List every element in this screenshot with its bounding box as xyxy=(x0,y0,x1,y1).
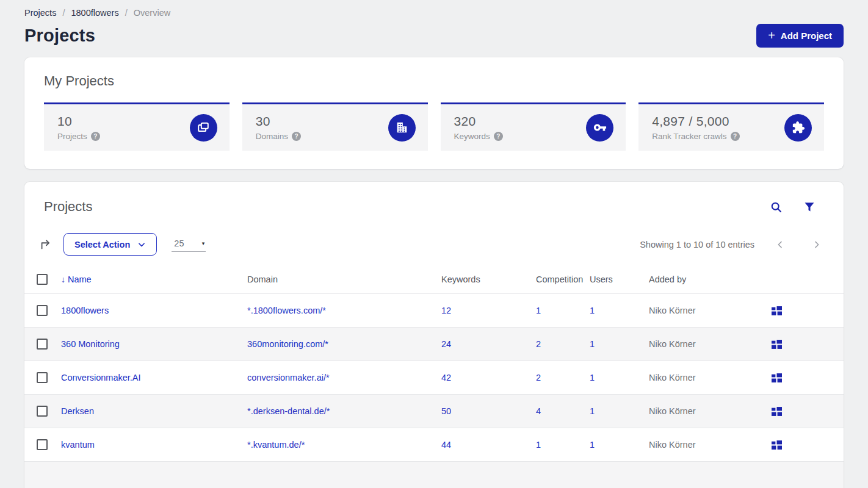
table-row: Derksen *.derksen-dental.de/* 50 4 1 Nik… xyxy=(24,394,844,428)
stat-domains-label: Domains xyxy=(256,132,288,141)
add-project-button[interactable]: + Add Project xyxy=(756,24,844,48)
breadcrumb: Projects / 1800flowers / Overview xyxy=(24,0,844,18)
competition-count[interactable]: 2 xyxy=(536,373,590,382)
help-icon[interactable]: ? xyxy=(292,132,301,141)
search-icon[interactable] xyxy=(769,199,784,215)
projects-table: ↓ Name Domain Keywords Competition Users… xyxy=(24,265,844,488)
table-row: kvantum *.kvantum.de/* 44 1 1 Niko Körne… xyxy=(24,428,844,461)
breadcrumb-1800flowers[interactable]: 1800flowers xyxy=(71,8,118,18)
competition-count[interactable]: 2 xyxy=(536,339,590,349)
dashboard-grid-icon[interactable] xyxy=(770,304,844,317)
projects-copy-icon xyxy=(190,114,217,142)
select-action-label: Select Action xyxy=(74,240,130,249)
project-domain-link[interactable]: *.derksen-dental.de/* xyxy=(247,406,441,416)
project-name-link[interactable]: 1800flowers xyxy=(61,306,247,315)
column-header-competition[interactable]: Competition xyxy=(536,274,590,284)
chevron-down-icon xyxy=(137,240,146,249)
stat-projects-label: Projects xyxy=(57,132,87,141)
key-icon xyxy=(586,114,613,142)
users-count[interactable]: 1 xyxy=(590,406,649,416)
projects-table-card: Projects xyxy=(24,182,844,488)
keywords-count[interactable]: 42 xyxy=(441,373,536,382)
title-bar: Projects + Add Project xyxy=(24,24,844,48)
row-checkbox[interactable] xyxy=(37,305,48,316)
keywords-count[interactable]: 44 xyxy=(441,440,536,450)
column-header-added-by[interactable]: Added by xyxy=(649,274,770,284)
my-projects-card: My Projects 10 Projects ? xyxy=(24,57,844,169)
competition-count[interactable]: 4 xyxy=(536,406,590,416)
project-name-link[interactable]: kvantum xyxy=(61,440,247,450)
stat-rank-tracker: 4,897 / 5,000 Rank Tracker crawls ? xyxy=(638,102,824,151)
stat-projects: 10 Projects ? xyxy=(44,102,230,151)
project-domain-link[interactable]: *.1800flowers.com/* xyxy=(247,306,441,315)
building-icon xyxy=(388,114,416,142)
page-title: Projects xyxy=(24,26,95,46)
project-name-link[interactable]: Conversionmaker.AI xyxy=(61,373,247,382)
stats-row: 10 Projects ? xyxy=(44,102,824,151)
add-project-label: Add Project xyxy=(781,30,832,41)
showing-entries-text: Showing 1 to 10 of 10 entries xyxy=(640,240,754,249)
project-domain-link[interactable]: conversionmaker.ai/* xyxy=(247,373,441,382)
dashboard-grid-icon[interactable] xyxy=(770,439,844,451)
table-toolbar: Select Action 25 ▾ Showing 1 to 10 of 10… xyxy=(24,233,844,256)
row-checkbox[interactable] xyxy=(37,372,48,383)
table-row: 1800flowers *.1800flowers.com/* 12 1 1 N… xyxy=(24,293,844,327)
breadcrumb-overview: Overview xyxy=(134,8,170,18)
project-name-link[interactable]: Derksen xyxy=(61,406,247,416)
page-container: Projects / 1800flowers / Overview Projec… xyxy=(0,0,868,488)
puzzle-icon xyxy=(784,114,812,142)
breadcrumb-projects[interactable]: Projects xyxy=(24,8,56,18)
added-by: Niko Körner xyxy=(649,440,770,450)
pagination-prev-icon[interactable] xyxy=(773,237,787,252)
stat-rank-tracker-label: Rank Tracker crawls xyxy=(652,132,726,141)
breadcrumb-separator: / xyxy=(62,8,65,18)
keywords-count[interactable]: 24 xyxy=(441,339,536,349)
keywords-count[interactable]: 50 xyxy=(441,406,536,416)
dashboard-grid-icon[interactable] xyxy=(770,338,844,351)
stat-domains-value: 30 xyxy=(256,114,301,129)
column-header-domain[interactable]: Domain xyxy=(247,274,441,284)
help-icon[interactable]: ? xyxy=(731,132,740,141)
help-icon[interactable]: ? xyxy=(494,132,503,141)
filter-icon[interactable] xyxy=(802,199,817,214)
column-header-name[interactable]: ↓ Name xyxy=(61,274,247,284)
competition-count[interactable]: 1 xyxy=(536,306,590,315)
table-row: 360 Monitoring 360monitoring.com/* 24 2 … xyxy=(24,327,844,361)
my-projects-title: My Projects xyxy=(44,73,824,89)
sort-desc-icon: ↓ xyxy=(61,274,65,284)
stat-keywords-value: 320 xyxy=(454,114,503,129)
select-action-dropdown[interactable]: Select Action xyxy=(63,233,157,256)
row-checkbox[interactable] xyxy=(37,439,48,450)
stat-keywords: 320 Keywords ? xyxy=(441,102,626,151)
users-count[interactable]: 1 xyxy=(590,306,649,315)
plus-icon: + xyxy=(768,29,775,41)
project-name-link[interactable]: 360 Monitoring xyxy=(61,339,247,349)
row-checkbox[interactable] xyxy=(37,406,48,417)
export-arrow-icon[interactable] xyxy=(38,237,54,253)
users-count[interactable]: 1 xyxy=(590,440,649,450)
column-header-users[interactable]: Users xyxy=(590,274,649,284)
select-all-checkbox[interactable] xyxy=(37,274,48,285)
users-count[interactable]: 1 xyxy=(590,373,649,382)
page-size-select[interactable]: 25 ▾ xyxy=(172,237,206,252)
dashboard-grid-icon[interactable] xyxy=(770,405,844,418)
users-count[interactable]: 1 xyxy=(590,339,649,349)
table-header-row: ↓ Name Domain Keywords Competition Users… xyxy=(24,265,844,293)
added-by: Niko Körner xyxy=(649,373,770,382)
pagination-next-icon[interactable] xyxy=(809,237,824,252)
row-checkbox[interactable] xyxy=(37,339,48,350)
column-header-keywords[interactable]: Keywords xyxy=(441,274,536,284)
project-domain-link[interactable]: *.kvantum.de/* xyxy=(247,440,441,450)
stat-domains: 30 Domains ? xyxy=(242,102,428,151)
help-icon[interactable]: ? xyxy=(91,132,100,141)
caret-down-icon: ▾ xyxy=(202,240,205,246)
keywords-count[interactable]: 12 xyxy=(441,306,536,315)
page-size-value: 25 xyxy=(174,239,184,248)
added-by: Niko Körner xyxy=(649,339,770,349)
project-domain-link[interactable]: 360monitoring.com/* xyxy=(247,339,441,349)
table-row: Conversionmaker.AI conversionmaker.ai/* … xyxy=(24,361,844,394)
dashboard-grid-icon[interactable] xyxy=(770,371,844,384)
added-by: Niko Körner xyxy=(649,406,770,416)
breadcrumb-separator: / xyxy=(125,8,128,18)
competition-count[interactable]: 1 xyxy=(536,440,590,450)
